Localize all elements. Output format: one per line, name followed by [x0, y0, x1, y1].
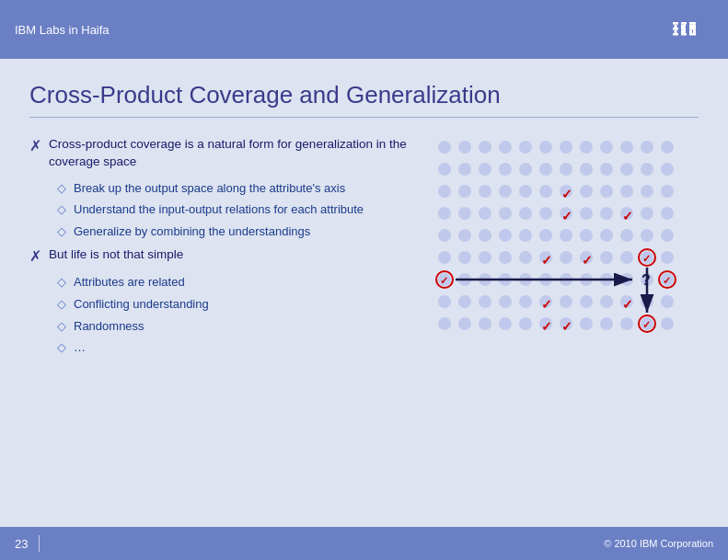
sub-bullet-text-1b: Understand the input-output relations fo…: [74, 201, 364, 218]
svg-rect-15: [689, 25, 692, 29]
svg-point-72: [519, 229, 532, 242]
svg-point-119: [499, 317, 512, 330]
svg-point-116: [438, 317, 451, 330]
svg-point-74: [560, 229, 572, 242]
svg-point-47: [499, 185, 512, 198]
main-bullet-text-2: But life is not that simple: [49, 246, 183, 264]
svg-rect-1: [673, 28, 678, 30]
svg-rect-7: [681, 33, 687, 36]
sub-bullet-1c: ◇ Generalize by combining the understand…: [57, 223, 413, 240]
svg-point-84: [519, 251, 532, 264]
svg-point-108: [519, 295, 532, 308]
check-r3c9: ✓: [622, 209, 633, 223]
svg-rect-0: [673, 22, 678, 25]
svg-point-32: [438, 163, 451, 176]
circle-check-r6c11: ✓: [663, 275, 671, 286]
check-r3c6: ✓: [561, 209, 572, 223]
svg-point-67: [661, 207, 674, 220]
svg-point-41: [620, 163, 633, 176]
svg-point-33: [458, 163, 471, 176]
svg-point-77: [620, 229, 633, 242]
main-content: Cross-Product Coverage and Generalizatio…: [0, 59, 728, 527]
svg-point-46: [479, 185, 491, 198]
svg-point-118: [479, 317, 491, 330]
svg-point-112: [600, 295, 613, 308]
svg-point-107: [499, 295, 512, 308]
svg-rect-12: [689, 22, 696, 25]
svg-point-117: [458, 317, 471, 330]
svg-point-54: [641, 185, 653, 198]
check-r7c5: ✓: [541, 297, 552, 312]
sub-bullet-text-2c: Randomness: [74, 318, 144, 335]
svg-point-34: [479, 163, 491, 176]
svg-point-22: [479, 141, 491, 154]
header: IBM Labs in Haifa: [0, 0, 728, 59]
svg-point-68: [438, 229, 451, 242]
svg-point-120: [519, 317, 532, 330]
svg-point-21: [458, 141, 471, 154]
svg-point-28: [600, 141, 613, 154]
svg-point-57: [458, 207, 471, 220]
svg-point-111: [580, 295, 593, 308]
svg-point-104: [438, 295, 451, 308]
svg-point-73: [539, 229, 552, 242]
grid-wrapper: ✓ ✓ ✓ ✓ ✓ ✓ ✓: [432, 136, 699, 342]
slide-title: Cross-Product Coverage and Generalizatio…: [29, 81, 699, 118]
main-bullet-icon-2: ✗: [29, 247, 41, 265]
svg-point-26: [560, 141, 572, 154]
footer-page-info: 23: [15, 535, 40, 552]
svg-rect-17: [689, 30, 692, 34]
sub-bullet-2d: ◇ …: [57, 339, 413, 356]
main-bullet-text-1: Cross-product coverage is a natural form…: [49, 136, 413, 171]
check-r2c6: ✓: [561, 187, 572, 201]
check-r8c6: ✓: [561, 319, 572, 334]
svg-point-115: [661, 295, 674, 308]
svg-point-124: [600, 317, 613, 330]
svg-point-20: [438, 141, 451, 154]
svg-point-44: [438, 185, 451, 198]
sub-bullet-icon-1b: ◇: [57, 202, 66, 216]
svg-point-60: [519, 207, 532, 220]
sub-bullets-2: ◇ Attributes are related ◇ Conflicting u…: [57, 274, 413, 355]
svg-point-51: [580, 185, 593, 198]
check-r5c7: ✓: [582, 253, 593, 268]
sub-bullet-2c: ◇ Randomness: [57, 318, 413, 335]
svg-point-64: [600, 207, 613, 220]
sub-bullet-1a: ◇ Break up the output space along the at…: [57, 180, 413, 197]
svg-point-81: [458, 251, 471, 264]
sub-bullet-1b: ◇ Understand the input-output relations …: [57, 201, 413, 218]
svg-rect-4: [675, 30, 677, 34]
svg-point-75: [580, 229, 593, 242]
svg-point-88: [600, 251, 613, 264]
svg-point-89: [620, 251, 633, 264]
main-bullet-1: ✗ Cross-product coverage is a natural fo…: [29, 136, 413, 171]
sub-bullet-2b: ◇ Conflicting understanding: [57, 296, 413, 313]
svg-point-48: [519, 185, 532, 198]
footer-divider: [39, 535, 40, 552]
ibm-logo: [673, 21, 713, 38]
svg-point-30: [641, 141, 653, 154]
sub-bullet-icon-2a: ◇: [57, 275, 66, 289]
svg-point-29: [620, 141, 633, 154]
svg-point-123: [580, 317, 593, 330]
sub-bullet-text-2a: Attributes are related: [74, 274, 185, 291]
svg-point-40: [600, 163, 613, 176]
svg-point-76: [600, 229, 613, 242]
sub-bullet-icon-1a: ◇: [57, 181, 66, 195]
svg-point-31: [661, 141, 674, 154]
svg-point-127: [661, 317, 674, 330]
svg-rect-10: [684, 23, 686, 28]
svg-point-80: [438, 251, 451, 264]
svg-rect-3: [675, 25, 677, 29]
svg-point-36: [519, 163, 532, 176]
sub-bullet-text-1c: Generalize by combining the understandin…: [74, 223, 310, 240]
sub-bullet-icon-2b: ◇: [57, 297, 66, 311]
check-r5c5: ✓: [541, 253, 552, 268]
main-bullet-2: ✗ But life is not that simple: [29, 246, 413, 265]
svg-point-125: [620, 317, 633, 330]
sub-bullet-icon-2c: ◇: [57, 319, 66, 333]
svg-point-37: [539, 163, 552, 176]
svg-point-39: [580, 163, 593, 176]
svg-point-35: [499, 163, 512, 176]
svg-point-43: [661, 163, 674, 176]
